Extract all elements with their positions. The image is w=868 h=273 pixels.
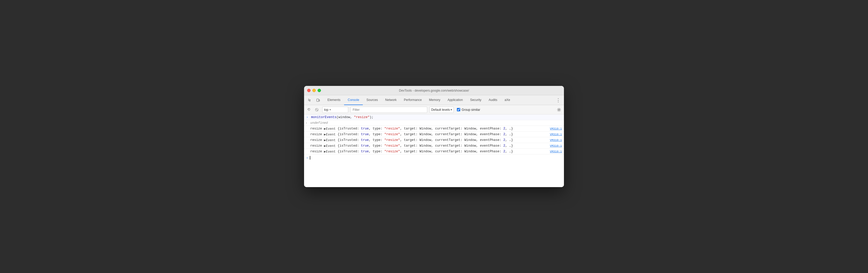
- traffic-lights: [307, 89, 321, 92]
- settings-button[interactable]: [556, 106, 562, 113]
- return-arrow-icon: ‹: [306, 122, 307, 125]
- block-requests-button[interactable]: [313, 106, 320, 113]
- undefined-row: ‹ undefined: [304, 120, 564, 126]
- tab-security[interactable]: Security: [466, 95, 485, 105]
- levels-selector[interactable]: Default levels ▾: [429, 107, 454, 113]
- group-similar-wrap: Group similar: [457, 108, 480, 111]
- tab-elements[interactable]: Elements: [324, 95, 344, 105]
- console-toolbar: top ▾ Default levels ▾ Group similar: [304, 105, 564, 114]
- resize-row-4[interactable]: resize ▶Event {isTrusted: true , type: "…: [304, 143, 564, 149]
- context-selector-wrap[interactable]: top ▾: [322, 107, 348, 113]
- prompt-icon: ›: [306, 156, 308, 160]
- window-title: DevTools - developers.google.com/web/sho…: [399, 89, 469, 92]
- context-selector-arrow: ▾: [330, 108, 331, 111]
- tab-performance[interactable]: Performance: [400, 95, 426, 105]
- tab-sources[interactable]: Sources: [363, 95, 381, 105]
- svg-rect-1: [319, 100, 320, 101]
- resize-row-2[interactable]: resize ▶Event {isTrusted: true , type: "…: [304, 132, 564, 137]
- svg-marker-2: [308, 108, 310, 111]
- group-similar-label: Group similar: [462, 108, 480, 111]
- source-link-1[interactable]: VM310:1: [545, 127, 562, 130]
- tab-axe[interactable]: aXe: [501, 95, 514, 105]
- levels-arrow-icon: ▾: [451, 108, 452, 111]
- svg-rect-0: [317, 99, 319, 101]
- tab-memory[interactable]: Memory: [426, 95, 444, 105]
- close-button[interactable]: [307, 89, 311, 92]
- tab-application[interactable]: Application: [444, 95, 466, 105]
- input-arrow-icon: ›: [306, 116, 308, 119]
- clear-console-button[interactable]: [306, 106, 312, 113]
- maximize-button[interactable]: [317, 89, 321, 92]
- tab-console[interactable]: Console: [344, 95, 363, 105]
- svg-point-7: [558, 109, 560, 110]
- minimize-button[interactable]: [312, 89, 316, 92]
- text-cursor: [310, 156, 310, 160]
- devtools-window: DevTools - developers.google.com/web/sho…: [304, 86, 564, 187]
- cursor-line: [310, 156, 310, 160]
- svg-line-6: [316, 109, 318, 111]
- more-tabs-button[interactable]: ⋮: [555, 97, 562, 104]
- nav-icons: [306, 97, 322, 104]
- resize-row-3[interactable]: resize ▶Event {isTrusted: true , type: "…: [304, 137, 564, 143]
- devtools-body: Elements Console Sources Network Perform…: [304, 95, 564, 187]
- resize-row-1[interactable]: resize ▶Event {isTrusted: true , type: "…: [304, 126, 564, 132]
- console-prompt-line[interactable]: ›: [304, 155, 564, 161]
- group-similar-checkbox[interactable]: [457, 108, 460, 111]
- console-content: › monitorEvents(window, "resize"); ‹ und…: [304, 114, 564, 187]
- monitor-events-line: monitorEvents(window, "resize");: [311, 115, 373, 119]
- device-toolbar-button[interactable]: [314, 97, 322, 104]
- source-link-4[interactable]: VM310:1: [545, 144, 562, 147]
- tab-audits[interactable]: Audits: [485, 95, 501, 105]
- title-bar: DevTools - developers.google.com/web/sho…: [304, 86, 564, 95]
- resize-row-5[interactable]: resize ▶Event {isTrusted: true , type: "…: [304, 149, 564, 155]
- tab-network[interactable]: Network: [381, 95, 400, 105]
- cursor-tool-button[interactable]: [306, 97, 313, 104]
- context-selector[interactable]: top: [324, 108, 329, 111]
- source-link-3[interactable]: VM310:1: [545, 139, 562, 142]
- source-link-2[interactable]: VM310:1: [545, 133, 562, 136]
- filter-input[interactable]: [350, 107, 427, 113]
- console-input-row: › monitorEvents(window, "resize");: [304, 114, 564, 120]
- source-link-5[interactable]: VM310:1: [545, 150, 562, 153]
- nav-tabs: Elements Console Sources Network Perform…: [304, 95, 564, 105]
